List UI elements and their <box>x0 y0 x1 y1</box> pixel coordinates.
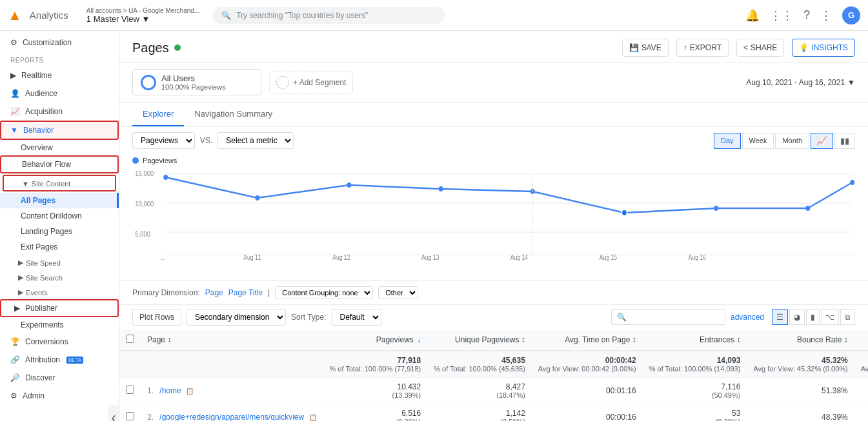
sidebar-item-behavior[interactable]: ▼ Behavior <box>0 121 119 140</box>
table-controls: Plot Rows Secondary dimension Sort Type:… <box>119 305 868 329</box>
col-page[interactable]: Page ↕ <box>141 329 323 351</box>
advanced-link[interactable]: advanced <box>731 313 764 322</box>
dim-page-link[interactable]: Page <box>205 288 223 297</box>
sidebar-sub-experiments[interactable]: Experiments <box>0 317 119 333</box>
col-pct-exit[interactable]: % Exit ↕ <box>854 329 868 351</box>
help-icon[interactable]: ? <box>803 8 810 22</box>
search-icon2: 🔍 <box>617 313 627 322</box>
sidebar-item-conversions[interactable]: 🏆 Conversions <box>0 333 119 351</box>
secondary-dim-select[interactable]: Secondary dimension <box>187 309 286 326</box>
row1-page-link[interactable]: /home <box>159 386 181 395</box>
sidebar-item-discover[interactable]: 🔎 Discover <box>0 369 119 387</box>
events-group[interactable]: ▶ Events <box>0 284 119 299</box>
table-search-box: 🔍 <box>611 309 725 325</box>
sidebar-sub-exit-pages[interactable]: Exit Pages <box>0 239 119 255</box>
table-view-btn[interactable]: ☰ <box>772 309 788 325</box>
attribution-icon: 🔗 <box>10 355 20 364</box>
sidebar-sub-landing-pages[interactable]: Landing Pages <box>0 224 119 239</box>
legend-dot <box>132 157 139 164</box>
row2-page: 2. /google+redesign/apparel/mens/quickvi… <box>141 404 323 422</box>
segment-box[interactable]: All Users 100.00% Pageviews <box>132 69 261 95</box>
sidebar-item-realtime[interactable]: ▶ Realtime <box>0 66 119 84</box>
row2-bounce-rate: 48.39% <box>747 404 854 422</box>
legend-label: Pageviews <box>143 157 177 164</box>
data-view-btn[interactable]: ⧉ <box>840 309 855 325</box>
share-button[interactable]: < SHARE <box>736 39 784 57</box>
add-segment-button[interactable]: + Add Segment <box>269 72 353 93</box>
totals-page-cell <box>141 351 323 378</box>
sidebar-sub-behavior-flow[interactable]: Behavior Flow <box>0 155 119 173</box>
pie-view-btn[interactable]: ◕ <box>789 309 805 325</box>
row1-checkbox[interactable] <box>119 378 141 404</box>
tabs-bar: Explorer Navigation Summary <box>119 103 868 127</box>
sidebar-item-customization[interactable]: ⚙ Customization <box>0 34 119 52</box>
col-entrances[interactable]: Entrances ↕ <box>643 329 747 351</box>
segment-name: All Users <box>161 73 226 83</box>
audience-icon: 👤 <box>10 89 20 98</box>
col-bounce-rate[interactable]: Bounce Rate ↕ <box>747 329 854 351</box>
admin-icon: ⚙ <box>10 391 17 400</box>
sidebar-item-attribution[interactable]: 🔗 Attribution BETA <box>0 351 119 369</box>
content-grouping-select[interactable]: Content Grouping: none <box>275 286 373 299</box>
insights-icon: 💡 <box>799 43 809 52</box>
tab-navigation-summary[interactable]: Navigation Summary <box>184 103 283 126</box>
table-icon-buttons: ☰ ◕ ▮ ⌥ ⧉ <box>772 309 855 325</box>
svg-text:Aug 14: Aug 14 <box>510 254 528 261</box>
sidebar-item-audience[interactable]: 👤 Audience <box>0 84 119 103</box>
site-content-group[interactable]: ▼ Site Content <box>3 175 116 191</box>
other-select[interactable]: Other <box>378 286 418 299</box>
acquisition-icon: 📈 <box>10 107 20 116</box>
sidebar-sub-content-drilldown[interactable]: Content Drilldown <box>0 208 119 224</box>
month-view-btn[interactable]: Month <box>775 133 809 149</box>
col-avg-time[interactable]: Avg. Time on Page ↕ <box>532 329 643 351</box>
svg-point-13 <box>714 206 718 211</box>
svg-point-15 <box>850 180 854 185</box>
totals-avg-time: 00:00:42 Avg for View: 00:00:42 (0.00%) <box>532 351 643 378</box>
row2-page-link[interactable]: /google+redesign/apparel/mens/quickview <box>159 413 304 421</box>
bell-icon[interactable]: 🔔 <box>745 8 760 23</box>
page-title: Pages <box>132 41 169 55</box>
avatar[interactable]: G <box>842 6 860 24</box>
metric2-selector[interactable]: Select a metric <box>217 132 294 149</box>
site-speed-group[interactable]: ▶ Site Speed <box>0 255 119 269</box>
sort-type-select[interactable]: Default <box>332 309 381 326</box>
more-icon[interactable]: ⋮ <box>820 8 832 23</box>
sidebar-item-admin[interactable]: ⚙ Admin <box>0 387 119 405</box>
search-box[interactable]: 🔍 Try searching "Top countries by users" <box>212 7 445 24</box>
svg-text:Aug 13: Aug 13 <box>421 254 439 261</box>
row2-pct-exit: 4.27% <box>854 404 868 422</box>
week-view-btn[interactable]: Week <box>742 133 774 149</box>
metric-selector[interactable]: Pageviews <box>132 132 195 149</box>
sidebar-item-acquisition[interactable]: 📈 Acquisition <box>0 103 119 121</box>
tab-explorer[interactable]: Explorer <box>132 103 184 126</box>
sidebar-item-publisher[interactable]: ▶ Publisher <box>0 299 119 317</box>
segment-percentage: 100.00% Pageviews <box>161 83 226 91</box>
line-chart-btn[interactable]: 📈 <box>811 133 833 149</box>
day-view-btn[interactable]: Day <box>714 133 741 149</box>
page-header-actions: 💾 SAVE ↑ EXPORT < SHARE 💡 INSIGHTS <box>622 39 855 57</box>
save-button[interactable]: 💾 SAVE <box>622 39 669 57</box>
table-search-input[interactable] <box>629 313 720 322</box>
row2-checkbox[interactable] <box>119 404 141 422</box>
compare-view-btn[interactable]: ▮ <box>806 309 820 325</box>
collapse-sidebar-btn[interactable]: ❮ <box>108 405 119 421</box>
export-button[interactable]: ↑ EXPORT <box>676 39 729 57</box>
select-all-checkbox[interactable] <box>119 329 141 351</box>
bar-chart-btn[interactable]: ▮▮ <box>834 133 855 149</box>
pivot-view-btn[interactable]: ⌥ <box>821 309 839 325</box>
apps-icon[interactable]: ⋮⋮ <box>770 8 793 23</box>
dim-page-title-link[interactable]: Page Title <box>228 288 263 297</box>
col-pageviews[interactable]: Pageviews ↓ <box>323 329 428 351</box>
site-search-group[interactable]: ▶ Site Search <box>0 269 119 284</box>
date-range-selector[interactable]: Aug 10, 2021 - Aug 16, 2021 ▼ <box>746 78 855 87</box>
insights-button[interactable]: 💡 INSIGHTS <box>792 39 855 57</box>
view-selector[interactable]: 1 Master View ▼ <box>86 14 199 24</box>
plot-rows-btn[interactable]: Plot Rows <box>132 309 181 326</box>
col-unique-pageviews[interactable]: Unique Pageviews ↕ <box>427 329 532 351</box>
data-table: Page ↕ Pageviews ↓ Unique Pageviews ↕ Av… <box>119 329 868 421</box>
checkbox-all[interactable] <box>126 335 134 343</box>
svg-text:10,000: 10,000 <box>135 200 154 208</box>
vs-label: VS. <box>200 136 212 145</box>
sidebar-sub-all-pages[interactable]: All Pages <box>0 193 119 208</box>
sidebar-sub-overview[interactable]: Overview <box>0 140 119 155</box>
